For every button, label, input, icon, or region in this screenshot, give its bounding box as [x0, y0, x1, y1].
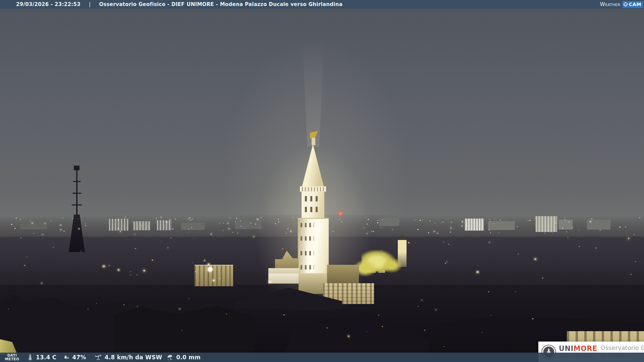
city-light [278, 222, 279, 223]
thermometer-icon [27, 354, 34, 361]
city-light [32, 223, 33, 224]
city-light [619, 227, 621, 228]
weathercam-weather-label: Weather [600, 1, 621, 7]
lit-facade [268, 274, 299, 284]
city-light [489, 242, 490, 243]
city-light [120, 231, 121, 232]
city-light [326, 327, 327, 328]
city-light [639, 217, 640, 218]
city-light [528, 220, 529, 221]
city-light [398, 251, 399, 252]
city-light [555, 223, 556, 223]
city-light [219, 278, 220, 279]
city-light [435, 309, 436, 310]
shaft-windows [301, 265, 314, 269]
city-light [137, 306, 138, 307]
city-light [72, 218, 73, 219]
city-light [124, 219, 125, 219]
city-light [446, 261, 447, 262]
humidity-value: 47% [72, 354, 86, 361]
distant-building [157, 220, 172, 230]
org-line1: Osservatorio Geofisico [601, 344, 644, 352]
city-light [579, 230, 579, 230]
distant-building [379, 217, 399, 226]
weathercam-cam-label: CAM [629, 2, 642, 7]
city-light [435, 223, 436, 224]
city-light [490, 233, 491, 233]
city-light [562, 228, 564, 229]
page-title: Osservatorio Geofisico - DIEF UNIMORE - … [99, 1, 342, 7]
separator: | [89, 1, 91, 7]
city-light [532, 318, 534, 319]
city-light [181, 330, 183, 331]
city-light [518, 253, 519, 254]
city-light [292, 217, 293, 218]
city-light [63, 231, 65, 232]
city-light [157, 222, 158, 222]
dim-facade [327, 265, 359, 284]
city-light [190, 220, 191, 221]
city-light [135, 248, 136, 249]
timestamp: 29/03/2026 - 23:22:53 [16, 1, 80, 7]
city-light [232, 232, 233, 233]
city-light [20, 237, 22, 238]
city-light [60, 229, 61, 230]
shaft-windows [301, 251, 314, 255]
wind-reading: 4.8 km/h da WSW [94, 354, 162, 361]
city-light [179, 308, 180, 309]
city-light [383, 270, 384, 271]
city-light [392, 229, 393, 230]
distant-building [536, 216, 557, 232]
brand-uni: UNI [559, 345, 574, 353]
city-light [500, 220, 501, 220]
city-light [170, 237, 171, 238]
antenna-crossbar [73, 181, 80, 182]
city-light [62, 218, 63, 218]
city-light [424, 329, 425, 330]
city-light [191, 227, 192, 228]
city-light [20, 219, 21, 220]
header-bar: 29/03/2026 - 23:22:53 | Osservatorio Geo… [0, 0, 644, 9]
belfry-arches [305, 196, 321, 201]
city-light [51, 221, 51, 221]
city-light [517, 226, 518, 227]
city-light [192, 219, 193, 219]
city-light [530, 220, 531, 221]
city-light [257, 219, 258, 220]
city-light [596, 248, 596, 248]
brand-more: MORE [574, 345, 597, 353]
city-light [368, 219, 369, 220]
distant-building-lit [465, 219, 484, 231]
city-light [16, 218, 17, 218]
city-light [442, 222, 443, 223]
temperature-reading: 13.4 C [27, 354, 57, 361]
city-light [226, 313, 227, 314]
shaft-windows [301, 236, 314, 241]
tower-lantern [312, 138, 315, 145]
city-light [189, 229, 190, 230]
city-light [408, 242, 410, 243]
city-light [167, 222, 168, 223]
city-light [462, 221, 463, 222]
ghirlandina-shaft [298, 218, 329, 275]
clock-disc [208, 267, 213, 272]
belfry-arches [305, 207, 321, 212]
rain-reading: 0.0 mm [166, 354, 201, 361]
city-light [283, 314, 285, 315]
city-light [78, 228, 79, 229]
city-light [244, 228, 245, 229]
humidity-icon [63, 354, 70, 361]
humidity-reading: 47% [63, 354, 86, 361]
city-light [421, 300, 423, 301]
temperature-value: 13.4 C [36, 354, 57, 361]
city-light [211, 234, 212, 235]
city-light [590, 221, 591, 222]
distant-building [181, 223, 205, 230]
ghirlandina-balustrade [300, 186, 326, 192]
city-light [130, 275, 131, 276]
antenna-crossbar [72, 204, 82, 205]
city-light [132, 221, 132, 222]
city-light [188, 218, 189, 219]
city-light [192, 262, 193, 263]
city-light [53, 247, 54, 248]
